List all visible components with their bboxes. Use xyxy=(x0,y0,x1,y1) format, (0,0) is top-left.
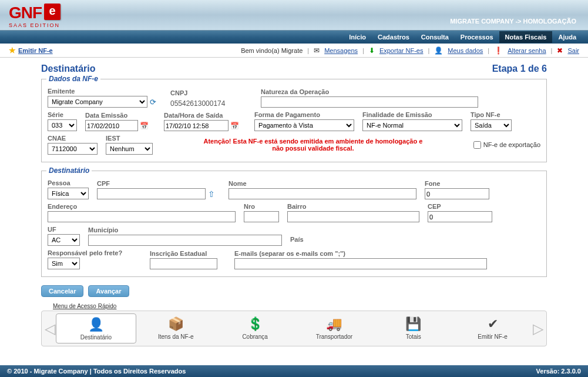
select-iest[interactable]: Nenhum xyxy=(106,143,153,155)
menu-processos[interactable]: Processos xyxy=(455,31,499,43)
logo: GNFe SAAS EDITION xyxy=(9,4,61,28)
warning-line2: não possui validade fiscal. xyxy=(161,145,465,152)
step-label: Totais xyxy=(374,333,453,340)
input-fone[interactable] xyxy=(425,188,489,199)
link-sair[interactable]: Sair xyxy=(567,47,579,54)
label-emails: E-mails (separar os e-mails com ";") xyxy=(234,250,487,257)
cancel-button[interactable]: Cancelar xyxy=(41,285,83,297)
legend-dados-nfe: Dados da NF-e xyxy=(46,75,100,83)
select-tipo-nfe[interactable]: Saída xyxy=(471,119,512,131)
select-pessoa[interactable]: Física xyxy=(48,188,89,199)
label-cep: CEP xyxy=(428,203,492,210)
save-icon: 💾 xyxy=(404,316,423,332)
label-uf: UF xyxy=(48,226,80,233)
logo-subtitle: SAAS EDITION xyxy=(9,22,61,28)
step-label: Cobrança xyxy=(216,333,295,340)
select-serie[interactable]: 033 xyxy=(48,119,77,131)
mail-icon: ✉ xyxy=(314,46,320,55)
select-frete[interactable]: Sim xyxy=(48,258,80,269)
input-bairro[interactable] xyxy=(287,211,419,222)
step-indicator: Etapa 1 de 6 xyxy=(492,64,547,74)
truck-icon: 🚚 xyxy=(325,316,344,332)
separator: | xyxy=(362,47,364,54)
input-endereco[interactable] xyxy=(48,211,236,222)
footer-version: Versão: 2.3.0.0 xyxy=(536,368,581,375)
link-emitir-nfe[interactable]: Emitir NF-e xyxy=(18,47,53,54)
step-transportador[interactable]: 🚚 Transportador xyxy=(294,313,374,343)
menu-inicio[interactable]: Início xyxy=(343,31,372,43)
fieldset-dados-nfe: Dados da NF-e Emitente Migrate Company ⟳… xyxy=(41,79,547,162)
content: Destinatário Etapa 1 de 6 Dados da NF-e … xyxy=(0,58,588,365)
step-label: Destinatário xyxy=(56,334,136,341)
label-serie: Série xyxy=(48,111,77,118)
refresh-icon[interactable]: ⟳ xyxy=(150,98,156,106)
legend-destinatario: Destinatário xyxy=(46,166,92,175)
menu-cadastros[interactable]: Cadastros xyxy=(372,31,415,43)
label-pessoa: Pessoa xyxy=(48,179,89,186)
box-icon: 📦 xyxy=(166,316,185,332)
input-natureza[interactable] xyxy=(261,96,478,108)
warning-line1: Atenção! Esta NF-e está sendo emitida em… xyxy=(161,138,465,145)
label-nome: Nome xyxy=(229,180,416,187)
label-cpf: CPF xyxy=(97,180,220,187)
money-icon: 💲 xyxy=(246,316,264,332)
select-emitente[interactable]: Migrate Company xyxy=(48,96,147,108)
select-forma-pagamento[interactable]: Pagamento à Vista xyxy=(254,119,354,131)
input-nro[interactable] xyxy=(244,211,279,222)
carousel-next[interactable]: ▷ xyxy=(532,314,544,343)
label-fone: Fone xyxy=(425,180,489,187)
link-alterar-senha[interactable]: Alterar senha xyxy=(508,47,546,54)
input-emails[interactable] xyxy=(234,258,487,269)
separator: | xyxy=(307,47,309,54)
input-ie[interactable] xyxy=(150,258,217,269)
link-exportar[interactable]: Exportar NF-es xyxy=(379,47,424,54)
download-icon: ⬇ xyxy=(369,46,375,55)
label-finalidade: Finalidade de Emissão xyxy=(362,111,462,118)
user-icon: 👤 xyxy=(434,46,443,55)
label-pais: País xyxy=(290,236,408,243)
main-menu: Início Cadastros Consulta Processos Nota… xyxy=(0,31,588,44)
fieldset-destinatario: Destinatário Pessoa Física CPF ⇧ Nome Fo… xyxy=(41,171,547,277)
label-emitente: Emitente xyxy=(48,88,162,95)
step-label: Itens da NF-e xyxy=(136,333,216,340)
link-mensagens[interactable]: Mensagens xyxy=(324,47,358,54)
step-label: Transportador xyxy=(294,333,374,340)
step-itens[interactable]: 📦 Itens da NF-e xyxy=(136,313,216,343)
input-data-emissao[interactable] xyxy=(85,120,138,131)
input-nome[interactable] xyxy=(229,188,416,199)
calendar-icon[interactable]: 📅 xyxy=(230,122,239,130)
carousel-prev[interactable]: ◁ xyxy=(44,314,56,343)
menu-notas-fiscais[interactable]: Notas Fiscais xyxy=(499,31,553,43)
separator: | xyxy=(488,47,489,54)
lookup-icon[interactable]: ⇧ xyxy=(208,189,215,199)
label-data-emissao: Data Emissão xyxy=(85,112,156,119)
top-bar: GNFe SAAS EDITION MIGRATE COMPANY -> HOM… xyxy=(0,0,588,31)
link-meus-dados[interactable]: Meus dados xyxy=(448,47,483,54)
step-destinatario[interactable]: 👤 Destinatário xyxy=(56,313,136,343)
label-iest: IEST xyxy=(106,135,153,142)
input-cpf[interactable] xyxy=(97,188,206,199)
input-cep[interactable] xyxy=(428,211,492,222)
menu-ajuda[interactable]: Ajuda xyxy=(552,31,582,43)
star-icon: ★ xyxy=(9,46,16,55)
label-forma-pagamento: Forma de Pagamento xyxy=(254,111,354,118)
label-cnae: CNAE xyxy=(48,135,98,142)
checkbox-exportacao[interactable] xyxy=(473,141,481,149)
step-emitir[interactable]: ✔ Emitir NF-e xyxy=(453,313,532,343)
select-finalidade[interactable]: NF-e Normal xyxy=(362,119,462,131)
menu-consulta[interactable]: Consulta xyxy=(415,31,455,43)
step-totais[interactable]: 💾 Totais xyxy=(374,313,453,343)
input-municipio[interactable] xyxy=(88,235,282,246)
value-cnpj: 05542613000174 xyxy=(170,98,253,108)
input-data-saida[interactable] xyxy=(164,120,229,131)
calendar-icon[interactable]: 📅 xyxy=(140,122,149,130)
label-cnpj: CNPJ xyxy=(170,89,253,96)
step-cobranca[interactable]: 💲 Cobrança xyxy=(216,313,295,343)
label-bairro: Bairro xyxy=(287,203,419,210)
label-frete: Responsável pelo frete? xyxy=(48,249,142,256)
select-cnae[interactable]: 7112000 xyxy=(48,143,98,155)
select-uf[interactable]: AC xyxy=(48,234,80,246)
footer-copyright: © 2010 - Migrate Company | Todos os Dire… xyxy=(7,368,186,375)
next-button[interactable]: Avançar xyxy=(88,285,129,297)
person-icon: 👤 xyxy=(86,316,105,333)
